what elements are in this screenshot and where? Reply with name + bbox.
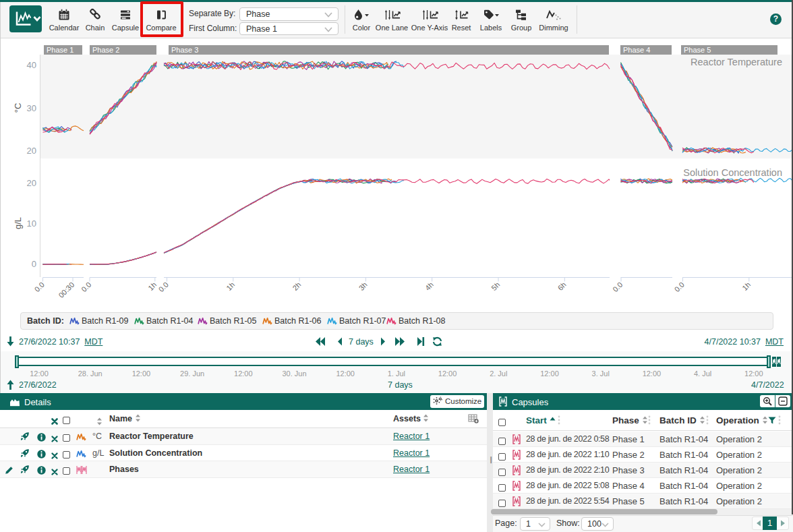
svg-text:1h: 1h [225,280,236,292]
svg-text:3h: 3h [357,280,369,292]
svg-text:1h: 1h [740,280,752,292]
svg-text:0.0: 0.0 [33,280,46,293]
svg-text:Phase 3: Phase 3 [171,46,198,54]
svg-text:0.0: 0.0 [673,280,686,293]
svg-text:20: 20 [27,146,36,156]
svg-text:5h: 5h [490,280,501,292]
svg-text:0: 0 [32,259,36,269]
svg-text:6h: 6h [556,280,568,292]
svg-text:00:30: 00:30 [57,280,76,299]
svg-text:Reactor Temperature: Reactor Temperature [691,57,782,67]
svg-text:g/L: g/L [13,217,23,229]
svg-text:0.0: 0.0 [611,280,624,293]
svg-text:0.0: 0.0 [157,280,170,293]
svg-text:40: 40 [27,60,36,70]
svg-text:Phase 1: Phase 1 [47,46,74,54]
svg-text:Phase 2: Phase 2 [92,46,119,54]
svg-text:20: 20 [27,178,36,188]
svg-text:Phase 5: Phase 5 [684,46,711,54]
svg-text:1h: 1h [146,280,158,292]
svg-text:Phase 4: Phase 4 [623,46,650,54]
svg-text:30: 30 [27,103,36,113]
svg-text:Solution Concentration: Solution Concentration [683,167,782,178]
svg-text:10: 10 [27,218,36,229]
svg-text:2h: 2h [291,280,302,292]
svg-text:°C: °C [13,103,23,113]
svg-text:0.0: 0.0 [80,280,92,293]
svg-text:4h: 4h [423,280,435,292]
